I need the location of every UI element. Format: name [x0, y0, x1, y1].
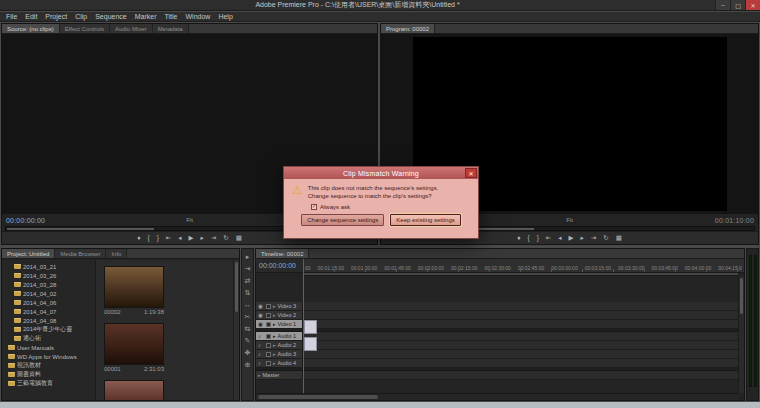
track-expand-icon[interactable]: ▸ — [273, 312, 276, 318]
export-frame-icon[interactable]: ▦ — [616, 234, 622, 242]
menu-item[interactable]: Title — [161, 13, 182, 20]
video-track-header[interactable]: ◉ ▸ Video 1 — [256, 320, 303, 328]
source-monitor-tab[interactable]: Metadata — [153, 24, 189, 33]
change-sequence-settings-button[interactable]: Change sequence settings — [301, 214, 384, 226]
toggle-track-audio-icon[interactable]: ♪ — [258, 360, 264, 366]
audio-track-header[interactable]: ♪ ▸ Audio 2 — [256, 341, 303, 349]
track-expand-icon[interactable]: ▸ — [273, 333, 276, 339]
timeline-horizontal-scrollbar[interactable] — [256, 393, 738, 400]
track-lock-toggle[interactable] — [266, 334, 271, 339]
video-track-header[interactable]: ◉ ▸ Video 2 — [256, 311, 303, 319]
project-panel-tab[interactable]: Project: Untitled — [2, 249, 55, 258]
go-to-in-icon[interactable]: ⇤ — [546, 234, 551, 242]
video-track-content[interactable] — [303, 302, 744, 310]
timeline-ruler[interactable]: 0000:01:15:0000:01:30:0000:01:45:0000:02… — [303, 259, 744, 272]
toggle-track-output-icon[interactable]: ◉ — [258, 312, 264, 318]
track-select-tool-icon[interactable]: ⇥ — [245, 265, 251, 272]
track-lock-toggle[interactable] — [266, 361, 271, 366]
timeline-horizontal-scrollbar-thumb[interactable] — [258, 395, 378, 399]
master-track-content[interactable] — [303, 371, 744, 379]
timeline-timecode[interactable]: 00:00:00:00 — [256, 259, 303, 272]
folder-item[interactable]: 2014_04_06 — [2, 298, 95, 307]
clip-thumbnail[interactable] — [104, 380, 164, 400]
timeline-vertical-scrollbar-thumb[interactable] — [740, 278, 743, 314]
audio-track-content[interactable] — [303, 350, 744, 358]
always-ask-checkbox[interactable]: ✓ — [311, 204, 317, 210]
timeline-clip-audio[interactable] — [304, 337, 317, 351]
folder-item[interactable]: 圖書資料 — [2, 370, 95, 379]
play-icon[interactable]: ▶ — [569, 234, 574, 242]
zoom-tool-icon[interactable]: ⊕ — [245, 361, 251, 368]
loop-icon[interactable]: ↻ — [603, 234, 608, 242]
timeline-tab[interactable]: Timeline: 00002 — [256, 249, 309, 258]
master-track-header[interactable]: ▸ Master — [256, 371, 303, 379]
hand-tool-icon[interactable]: ✥ — [245, 349, 251, 356]
toggle-track-audio-icon[interactable]: ♪ — [258, 342, 264, 348]
folder-item[interactable]: 通心術 — [2, 334, 95, 343]
step-back-icon[interactable]: ◂ — [178, 234, 181, 242]
toggle-track-output-icon[interactable]: ◉ — [258, 321, 264, 327]
folder-item[interactable]: WD Apps for Windows — [2, 352, 95, 361]
mark-out-icon[interactable]: } — [157, 234, 159, 242]
folder-item[interactable]: 2014_03_28 — [2, 280, 95, 289]
timeline-vertical-scrollbar[interactable] — [738, 276, 744, 393]
clip-item[interactable]: 00002 1:19:38 — [104, 266, 164, 315]
dialog-title-bar[interactable]: Clip Mismatch Warning ✕ — [284, 167, 478, 179]
source-monitor-tab[interactable]: Source: (no clips) — [2, 24, 60, 33]
audio-track-content[interactable] — [303, 332, 744, 340]
source-monitor-tab[interactable]: Audio Mixer — [110, 24, 153, 33]
folder-item[interactable]: 2014年青少年心靈 — [2, 325, 95, 334]
audio-track-header[interactable]: ♪ ▸ Audio 1 — [256, 332, 303, 340]
track-lock-toggle[interactable] — [266, 352, 271, 357]
export-frame-icon[interactable]: ▦ — [236, 234, 242, 242]
go-to-out-icon[interactable]: ⇥ — [211, 234, 216, 242]
folder-item[interactable]: 2014_04_02 — [2, 289, 95, 298]
slip-tool-icon[interactable]: ⇆ — [245, 325, 251, 332]
source-seek-thumb[interactable] — [7, 228, 154, 230]
playhead[interactable] — [303, 259, 304, 393]
audio-track-content[interactable] — [303, 341, 744, 349]
track-expand-icon[interactable]: ▸ — [273, 342, 276, 348]
project-scrollbar[interactable] — [233, 260, 239, 400]
audio-track-header[interactable]: ♪ ▸ Audio 4 — [256, 359, 303, 367]
minimize-button-icon[interactable]: – — [715, 0, 730, 10]
pen-tool-icon[interactable]: ✎ — [245, 337, 251, 344]
selection-tool-icon[interactable]: ▸ — [246, 253, 250, 260]
project-scrollbar-thumb[interactable] — [235, 262, 238, 312]
menu-item[interactable]: File — [2, 13, 21, 20]
ripple-edit-tool-icon[interactable]: ⇄ — [245, 277, 251, 284]
menu-item[interactable]: Clip — [71, 13, 91, 20]
add-marker-icon[interactable]: ♦ — [517, 234, 520, 242]
timeline-track-area[interactable]: ◉ ▸ Video 3 ◉ ▸ Video 2 — [256, 276, 744, 393]
play-icon[interactable]: ▶ — [189, 234, 194, 242]
track-lock-toggle[interactable] — [266, 322, 271, 327]
go-to-out-icon[interactable]: ⇥ — [591, 234, 596, 242]
project-panel-tab[interactable]: Media Browser — [55, 249, 106, 258]
step-forward-icon[interactable]: ▸ — [581, 234, 584, 242]
mark-out-icon[interactable]: } — [537, 234, 539, 242]
folder-item[interactable]: User Manuals — [2, 343, 95, 352]
track-expand-icon[interactable]: ▸ — [258, 372, 261, 378]
video-track-header[interactable]: ◉ ▸ Video 3 — [256, 302, 303, 310]
step-forward-icon[interactable]: ▸ — [201, 234, 204, 242]
folder-item[interactable]: 2014_04_08 — [2, 316, 95, 325]
toggle-track-output-icon[interactable]: ◉ — [258, 303, 264, 309]
timeline-clip-video[interactable] — [304, 320, 317, 334]
track-expand-icon[interactable]: ▸ — [273, 360, 276, 366]
clip-thumbnail[interactable] — [104, 323, 164, 365]
keep-existing-settings-button[interactable]: Keep existing settings — [390, 214, 460, 226]
loop-icon[interactable]: ↻ — [223, 234, 228, 242]
clip-thumbnail[interactable] — [104, 266, 164, 308]
track-expand-icon[interactable]: ▸ — [273, 351, 276, 357]
folder-item[interactable]: 2014_03_26 — [2, 271, 95, 280]
track-lock-toggle[interactable] — [266, 343, 271, 348]
menu-item[interactable]: Help — [214, 13, 236, 20]
maximize-button-icon[interactable]: ▢ — [730, 0, 745, 10]
folder-item[interactable]: 視訊教材 — [2, 361, 95, 370]
folder-item[interactable]: 三藝電腦教育 — [2, 379, 95, 388]
folder-item[interactable]: 2014_03_21 — [2, 262, 95, 271]
clip-item[interactable]: 00003 2:23:13 — [104, 380, 164, 400]
razor-tool-icon[interactable]: ✂ — [245, 313, 251, 320]
title-bar[interactable]: Adobe Premiere Pro - C:\使用者\USER\桌面\新增資料… — [0, 0, 760, 11]
dialog-close-icon[interactable]: ✕ — [465, 168, 477, 178]
